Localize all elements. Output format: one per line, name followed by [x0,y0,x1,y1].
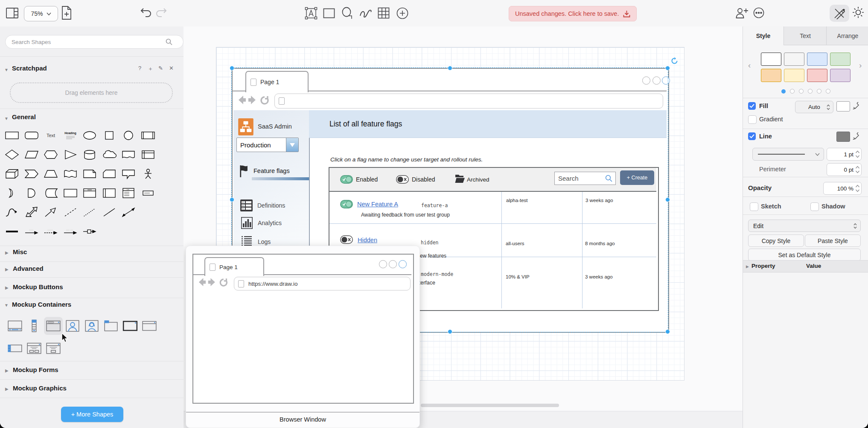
chevron-right-icon[interactable]: ▶ [746,264,749,269]
ellipse-tool-icon[interactable] [341,7,353,20]
line-color-swatch[interactable] [836,132,850,142]
shape-horizontal-tab-bar[interactable] [6,339,24,357]
shape-user-female[interactable] [82,317,101,335]
sketch-style-toggle[interactable] [830,5,849,22]
shape-or[interactable] [3,184,21,202]
shape-parallelogram[interactable] [22,146,41,164]
preset-pagination-dots[interactable] [743,88,868,95]
scratchpad-drop-zone[interactable]: Drag elements here [10,82,173,103]
shape-titled-window[interactable] [140,317,159,335]
style-preset-swatch[interactable] [807,53,827,66]
shape-text[interactable]: Text [41,126,60,144]
insert-shape-icon[interactable] [396,7,409,20]
shape-user-male[interactable] [63,317,82,335]
shape-arrow[interactable] [41,203,60,221]
copy-style-button[interactable]: Copy Style [748,235,804,247]
shape-dashed-line[interactable] [61,203,80,221]
shape-actor[interactable] [139,165,157,183]
redo-icon[interactable] [155,7,167,18]
sidebar-section-misc[interactable]: Misc [13,248,27,255]
chevron-right-icon[interactable]: ▶ [5,250,9,255]
text-tool-icon[interactable] [305,7,317,20]
table-tool-icon[interactable] [378,7,390,19]
presets-next-icon[interactable]: › [859,61,862,70]
more-shapes-button[interactable]: + More Shapes [61,407,123,422]
chevron-right-icon[interactable]: ▶ [5,387,9,391]
preset-page-dot[interactable] [781,89,786,94]
line-width-stepper[interactable]: 1 pt [827,148,862,161]
sketch-checkbox[interactable] [750,202,758,211]
scratchpad-edit-icon[interactable]: ✎ [158,65,163,71]
chevron-down-icon[interactable]: ▼ [4,303,9,308]
shape-bidirectional-connector[interactable] [119,203,138,221]
search-shapes-input[interactable] [5,35,184,49]
add-page-icon[interactable] [61,6,72,20]
shape-card[interactable] [100,165,119,183]
shape-list-item[interactable] [139,184,157,202]
shape-square[interactable] [100,126,119,144]
opacity-stepper[interactable]: 100 % [823,182,862,195]
style-preset-swatch[interactable] [807,69,827,82]
chevron-right-icon[interactable]: ▶ [5,368,9,373]
shape-window[interactable] [121,317,140,335]
shape-container[interactable] [61,184,80,202]
shape-document[interactable] [119,146,138,164]
shape-link[interactable] [3,223,21,240]
fill-mode-select[interactable]: Auto [795,101,833,113]
line-checkbox[interactable] [748,132,756,140]
shadow-checkbox[interactable] [810,202,819,211]
shape-arrow-label-1[interactable] [22,223,41,240]
style-preset-swatch[interactable] [761,69,781,82]
scratchpad-help-icon[interactable]: ? [138,65,141,71]
shape-container-side[interactable] [100,184,119,202]
rectangle-tool-icon[interactable] [323,8,335,18]
shape-tape[interactable] [61,165,80,183]
preset-page-dot[interactable] [808,89,813,94]
preset-page-dot[interactable] [826,89,830,94]
shape-arrow-label-3[interactable] [61,223,80,240]
paste-style-button[interactable]: Paste Style [805,235,861,247]
sidebar-section-mockup-containers[interactable]: Mockup Containers [12,301,71,308]
general-section-title[interactable]: General [12,113,36,120]
shape-list[interactable]: List [119,184,138,202]
style-preset-swatch[interactable] [830,53,851,66]
appearance-icon[interactable] [852,6,865,19]
sidebar-section-mockup-buttons[interactable]: Mockup Buttons [13,283,63,290]
shape-curve[interactable] [3,203,21,221]
style-preset-swatch[interactable] [761,53,781,66]
shape-process[interactable] [139,126,157,144]
shape-dialog-box[interactable] [44,339,63,357]
preset-page-dot[interactable] [799,89,804,94]
unsaved-changes-button[interactable]: Unsaved changes. Click here to save. [509,6,637,21]
shape-ellipse[interactable] [80,126,99,144]
line-style-select[interactable] [752,148,824,161]
shape-trapezoid[interactable] [41,165,60,183]
perimeter-stepper[interactable]: 0 pt [827,163,862,176]
shape-internal-storage[interactable] [139,146,157,164]
scratchpad-add-icon[interactable]: ＋ [148,65,153,73]
style-preset-swatch[interactable] [784,69,804,82]
set-default-style-button[interactable]: Set as Default Style [748,249,861,261]
chevron-down-icon[interactable]: ▼ [4,67,9,72]
eyedropper-icon[interactable] [852,132,859,140]
freehand-tool-icon[interactable] [359,8,373,18]
scratchpad-section-title[interactable]: Scratchpad [12,64,47,72]
shape-cylinder[interactable] [80,146,99,164]
rotate-handle-icon[interactable] [671,57,678,64]
shape-group[interactable] [102,317,120,335]
style-preset-swatch[interactable] [830,69,851,82]
fill-color-swatch[interactable] [836,101,850,111]
shape-heading[interactable]: Heading [61,126,80,144]
shape-data-storage[interactable] [41,184,60,202]
sidebar-section-mockup-forms[interactable]: Mockup Forms [13,366,58,373]
sidebar-section-advanced[interactable]: Advanced [13,265,44,272]
chevron-right-icon[interactable]: ▶ [5,267,9,272]
more-actions-icon[interactable] [753,7,765,19]
shape-video-player[interactable] [6,317,24,335]
sidebar-section-mockup-graphics[interactable]: Mockup Graphics [13,384,67,392]
chevron-right-icon[interactable]: ▶ [5,285,9,290]
share-icon[interactable] [736,7,749,19]
shape-triangle[interactable] [61,146,80,164]
tab-text[interactable]: Text [784,26,827,45]
shape-step[interactable] [22,165,41,183]
